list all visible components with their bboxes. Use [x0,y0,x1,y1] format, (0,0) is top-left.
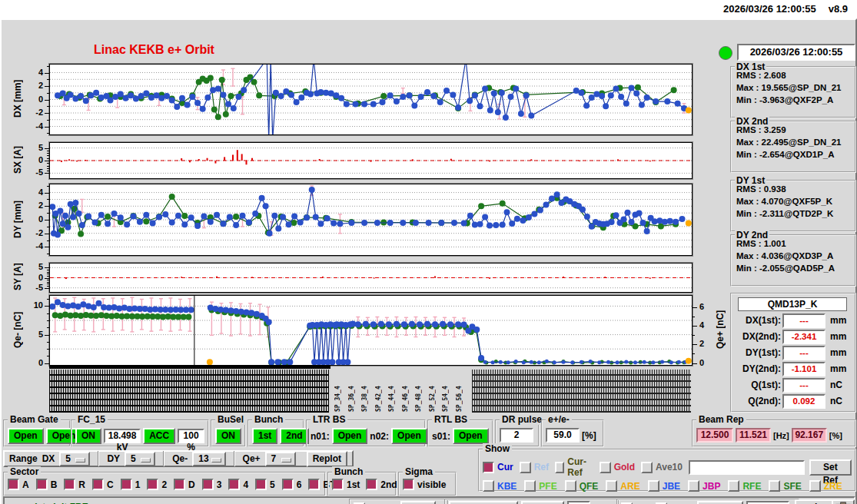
checkbox-visible[interactable]: visible [403,479,446,490]
ref-name-input[interactable] [689,460,805,475]
dr-pulse-value: 2 [500,428,533,443]
range-qe-minus-dropdown[interactable]: 13 [192,452,225,466]
checkbox-indicator[interactable] [36,479,48,490]
checkbox-pfe[interactable]: PFE [524,480,556,492]
screenshot-button[interactable] [832,499,855,504]
checkbox-indicator[interactable] [809,480,821,492]
monitor-row-label: DY(1st): [746,347,781,358]
rtl-s01-open-button[interactable]: Open [453,428,489,444]
set-ref-button[interactable]: Set Ref [809,459,852,476]
bunch-1st-button[interactable]: 1st [252,428,277,444]
checkbox-c[interactable]: C [92,479,114,490]
checkbox-indicator[interactable] [555,462,564,473]
checkbox-ave10[interactable]: Ave10 [641,456,683,478]
titlebar-text: 2026/03/26 12:00:55v8.9 [723,3,848,15]
checkbox-indicator[interactable] [308,479,320,490]
checkbox-r[interactable]: R [64,479,85,490]
checkbox-cur[interactable]: Cur [483,456,513,478]
checkbox-jbp[interactable]: JBP [688,480,720,492]
threshold-dropdown[interactable]: A [400,501,436,504]
checkbox-qfe[interactable]: QFE [565,480,599,492]
checkbox-indicator[interactable] [147,479,158,490]
checkbox-1st[interactable]: 1st [332,479,360,490]
checkbox-label: 3 [217,479,222,490]
checkbox-indicator[interactable] [483,462,494,473]
checkbox-1[interactable]: 1 [121,479,141,490]
checkbox-d[interactable]: D [174,479,195,490]
klystron-status-bar [49,366,331,369]
checkbox-gold[interactable]: Gold [600,456,635,478]
checkbox-are[interactable]: ARE [606,480,639,492]
ltr-n02-label: n02: [370,431,389,442]
checkbox-2[interactable]: 2 [147,479,167,490]
bpm-select-dropdown[interactable]: SP_AT_0 [449,501,518,504]
checkbox-indicator[interactable] [255,479,267,490]
checkbox-indicator[interactable] [228,479,240,490]
ltr-n01-open-button[interactable]: Open [332,428,368,444]
checkbox-indicator[interactable] [92,479,104,490]
checkbox-5[interactable]: 5 [255,479,275,490]
checkbox-4[interactable]: 4 [228,479,248,490]
monitor-name[interactable]: QMD13P_K [738,297,847,311]
checkbox-b[interactable]: B [36,479,58,490]
checkbox-ref[interactable]: Ref [520,456,549,478]
checkbox-indicator[interactable] [64,479,75,490]
count-dropdown[interactable]: 300 [697,501,743,504]
beam-gate-open-button-1[interactable]: Open [8,428,44,444]
frame-title: Beam Gate [8,414,61,425]
stat-min: Min : -2.055@QAD5P_A [736,264,852,273]
resize-button[interactable]: resize [795,499,833,504]
checkbox-indicator[interactable] [403,479,414,490]
checkbox-indicator[interactable] [8,479,19,490]
bunch-select-dropdown[interactable]: 1st [521,501,564,504]
window-titlebar: 2026/03/26 12:00:55v8.9 [0,0,857,19]
checkbox-indicator[interactable] [600,462,611,473]
ltr-n02-open-button[interactable]: Open [391,428,427,444]
checkbox-indicator[interactable] [688,480,699,492]
checkbox-indicator[interactable] [332,479,344,490]
checkbox-indicator[interactable] [524,480,536,492]
checkbox-indicator[interactable] [483,480,494,492]
fc15-on-button[interactable]: ON [75,428,101,444]
checkbox-indicator[interactable] [565,480,576,492]
replot-button[interactable]: Replot [307,451,347,467]
checkbox-kbe[interactable]: KBE [483,480,517,492]
bunch-2nd-button[interactable]: 2nd [280,428,308,444]
checkbox-2nd[interactable]: 2nd [366,479,397,490]
checkbox-jbe[interactable]: JBE [648,480,680,492]
count-input[interactable] [746,501,789,504]
range-dx-dropdown[interactable]: 5 [59,452,90,466]
checkbox-zre[interactable]: ZRE [809,480,842,492]
checkbox-indicator[interactable] [641,462,653,473]
checkbox-indicator[interactable] [728,480,739,492]
checkbox-indicator[interactable] [282,479,294,490]
bpm-labels-dense-left [49,370,329,413]
monitor-row-unit: nC [830,396,842,406]
range-qe-plus-dropdown[interactable]: 7 [265,452,296,466]
axis-tick-label: -4 [23,241,43,250]
checkbox-indicator[interactable] [174,479,185,490]
busel-on-button[interactable]: ON [215,428,241,444]
checkbox-indicator[interactable] [366,479,377,490]
frame-title: LTR BS [311,414,347,425]
checkbox-indicator[interactable] [202,479,214,490]
checkbox-indicator[interactable] [648,480,659,492]
axis-tick-label: -4 [23,121,43,131]
checkbox-a[interactable]: A [8,479,29,490]
checkbox-sfe[interactable]: SFE [769,480,801,492]
range-dy-dropdown[interactable]: 5 [125,452,155,466]
checkbox-cur-ref[interactable]: Cur-Ref [555,456,593,478]
checkbox-indicator[interactable] [606,480,617,492]
frame-title: Beam Rep [696,414,746,425]
stats-card-title: DY 2nd [735,230,769,240]
checkbox-indicator[interactable] [769,480,780,492]
checkbox-3[interactable]: 3 [202,479,222,490]
checkbox-indicator[interactable] [121,479,132,490]
stat-min: Min : -2.311@QTD2P_K [736,209,852,218]
fc15-acc-button[interactable]: ACC [143,428,175,444]
checkbox-indicator[interactable] [520,462,531,473]
checkbox-rfe[interactable]: RFE [728,480,761,492]
checkbox-6[interactable]: 6 [282,479,302,490]
status-bar: syncdata init ZRE chg th A SP_AT_0 1st 0… [3,496,855,504]
charge-threshold-input[interactable]: 0.1 [567,501,590,504]
